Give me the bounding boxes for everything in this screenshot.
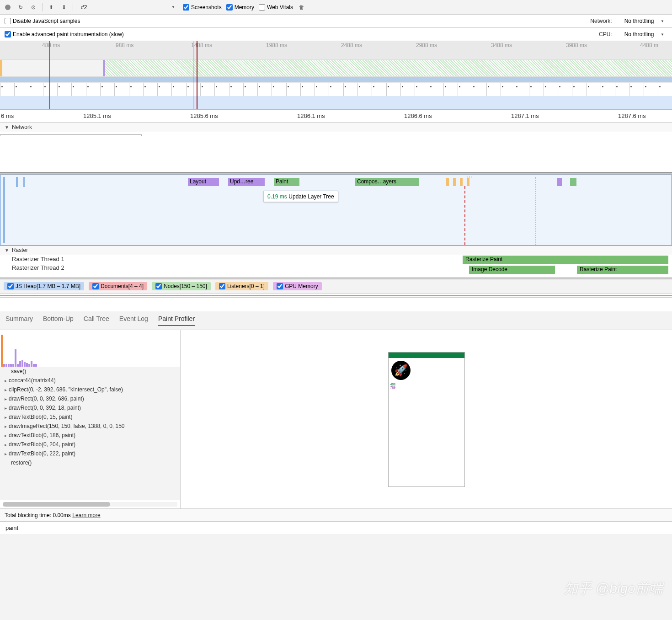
cmd-row[interactable]: restore()	[0, 458, 180, 467]
paint-preview[interactable]: 🚀 408 789	[388, 352, 465, 487]
rocket-icon: 🚀	[391, 361, 411, 380]
webvitals-checkbox[interactable]: Web Vitals	[259, 4, 293, 11]
flame-bar[interactable]	[460, 178, 463, 186]
tab-bottom-up[interactable]: Bottom-Up	[43, 315, 74, 326]
paint-profiler-panel: save() concat44(matrix44) clipRect(0, -2…	[0, 330, 672, 508]
legend-js-heap[interactable]: JS Heap[1.7 MB – 1.7 MB]	[4, 282, 84, 290]
cmd-row[interactable]: save()	[0, 367, 180, 376]
trash-icon[interactable]: 🗑	[298, 3, 306, 11]
legend-listeners[interactable]: Listeners[0 – 1]	[215, 282, 268, 290]
marker	[49, 41, 50, 109]
load-profile-icon[interactable]: ⬆	[47, 3, 55, 11]
marker-line	[535, 177, 536, 245]
flame-bar[interactable]	[557, 178, 562, 186]
disable-js-checkbox[interactable]: Disable JavaScript samples	[5, 18, 80, 24]
raster-thread-2-label: Rasterizer Thread 2	[0, 263, 672, 272]
raster-bar[interactable]: Rasterize Paint	[463, 256, 668, 264]
cmd-row[interactable]: clipRect(0, -2, 392, 686, "kIntersect_Op…	[0, 385, 180, 394]
memory-strip	[0, 77, 672, 82]
cpu-label: CPU:	[599, 31, 612, 37]
network-throttle-select[interactable]: No throttling ▼	[621, 16, 667, 26]
cmd-row[interactable]: drawTextBlob(0, 204, paint)	[0, 440, 180, 449]
raster-body[interactable]: Rasterizer Thread 1 Rasterizer Thread 2 …	[0, 255, 672, 278]
record-button[interactable]	[4, 3, 12, 11]
overview-tick: 488 ms	[42, 42, 60, 48]
settings-row-1: Disable JavaScript samples Network: No t…	[0, 15, 672, 28]
flame-bar[interactable]	[467, 178, 469, 186]
profiler-chart[interactable]	[0, 330, 180, 367]
overview-tick: 1988 ms	[266, 42, 287, 48]
network-body[interactable]	[0, 132, 672, 173]
adv-paint-checkbox[interactable]: Enable advanced paint instrumentation (s…	[5, 31, 124, 37]
raster-bar[interactable]: Rasterize Paint	[577, 266, 668, 274]
separator	[42, 3, 43, 11]
network-label: Network:	[590, 18, 612, 24]
legend-nodes[interactable]: Nodes[150 – 150]	[152, 282, 211, 290]
overview-tick: 4488 m	[640, 42, 658, 48]
cpu-strip	[0, 59, 672, 77]
cmd-row[interactable]: drawTextBlob(0, 186, paint)	[0, 431, 180, 440]
flame-bar[interactable]	[23, 177, 25, 187]
flame-bar[interactable]	[570, 178, 576, 186]
raster-bar[interactable]: Image Decode	[469, 266, 555, 274]
tab-call-tree[interactable]: Call Tree	[84, 315, 109, 326]
legend-documents[interactable]: Documents[4 – 4]	[89, 282, 147, 290]
tab-paint-profiler[interactable]: Paint Profiler	[158, 315, 195, 326]
flame-bar-layout[interactable]: Layout	[188, 178, 219, 186]
selection-handle[interactable]	[193, 41, 195, 109]
clear-icon[interactable]: ⊘	[29, 3, 37, 11]
legend-gpu[interactable]: GPU Memory	[273, 282, 322, 290]
watermark: 知乎 @bigo前端	[564, 579, 663, 598]
cmd-row[interactable]: concat44(matrix44)	[0, 376, 180, 385]
flame-tooltip: 0.19 ms Update Layer Tree	[263, 191, 338, 202]
flame-bar[interactable]	[16, 177, 18, 187]
cmd-row[interactable]: drawRect(0, 0, 392, 18, paint)	[0, 403, 180, 412]
tab-summary[interactable]: Summary	[5, 315, 33, 326]
screenshot-strip	[0, 83, 672, 96]
ruler-tick: 1285.6 ms	[190, 112, 218, 119]
memory-chart[interactable]	[0, 293, 672, 298]
command-list[interactable]: save() concat44(matrix44) clipRect(0, -2…	[0, 367, 180, 500]
raster-section-header[interactable]: ▼Raster	[0, 246, 672, 255]
horizontal-scrollbar[interactable]	[3, 502, 177, 507]
cmd-row[interactable]: drawRect(0, 0, 392, 686, paint)	[0, 394, 180, 403]
flame-chart[interactable]: … Layout Upd…ree Paint Compos…ayers 0.19…	[0, 175, 672, 246]
ruler-tick: 6 ms	[1, 112, 14, 119]
flame-bar[interactable]	[446, 178, 449, 186]
learn-more-link[interactable]: Learn more	[72, 512, 100, 518]
network-section-header[interactable]: ▼Network	[0, 123, 672, 132]
marker-line	[464, 186, 465, 245]
ruler-tick: 1287.6 ms	[618, 112, 646, 119]
separator	[73, 3, 73, 11]
flame-bar-composite[interactable]: Compos…ayers	[355, 178, 419, 186]
ruler-tick: 1286.1 ms	[297, 112, 325, 119]
detail-ruler[interactable]: 6 ms 1285.1 ms 1285.6 ms 1286.1 ms 1286.…	[0, 110, 672, 123]
ruler-tick: 1286.6 ms	[404, 112, 432, 119]
memory-checkbox[interactable]: Memory	[226, 4, 254, 11]
flame-bar[interactable]	[453, 178, 456, 186]
detail-tabs: Summary Bottom-Up Call Tree Event Log Pa…	[0, 311, 672, 330]
scrollbar-thumb[interactable]	[3, 502, 110, 507]
flame-bar[interactable]	[3, 177, 5, 243]
profiler-preview: 🚀 408 789	[181, 330, 672, 508]
cmd-row[interactable]: drawTextBlob(0, 222, paint)	[0, 449, 180, 458]
reload-icon[interactable]: ↻	[16, 3, 25, 11]
chevron-down-icon: ▼	[171, 5, 175, 9]
recording-label: #2	[81, 4, 87, 11]
screenshots-checkbox[interactable]: Screenshots	[183, 4, 222, 11]
cpu-throttle-select[interactable]: No throttling ▼	[621, 30, 667, 39]
marker	[197, 41, 197, 109]
flame-bar-paint[interactable]: Paint	[274, 178, 299, 186]
save-profile-icon[interactable]: ⬇	[60, 3, 68, 11]
search-input[interactable]	[5, 524, 667, 532]
toolbar: ↻ ⊘ ⬆ ⬇ #2 ▼ Screenshots Memory Web Vita…	[0, 0, 672, 15]
recording-select[interactable]: #2 ▼	[78, 3, 178, 12]
cmd-row[interactable]: drawTextBlob(0, 15, paint)	[0, 412, 180, 422]
tab-event-log[interactable]: Event Log	[119, 315, 148, 326]
overview-tick: 3488 ms	[491, 42, 512, 48]
overview-tick: 988 ms	[116, 42, 133, 48]
cmd-row[interactable]: drawImageRect(150, 150, false, 1388, 0, …	[0, 422, 180, 431]
flame-bar-update[interactable]: Upd…ree	[228, 178, 265, 186]
settings-row-2: Enable advanced paint instrumentation (s…	[0, 28, 672, 41]
overview-timeline[interactable]: 488 ms 988 ms 1488 ms 1988 ms 2488 ms 29…	[0, 41, 672, 110]
